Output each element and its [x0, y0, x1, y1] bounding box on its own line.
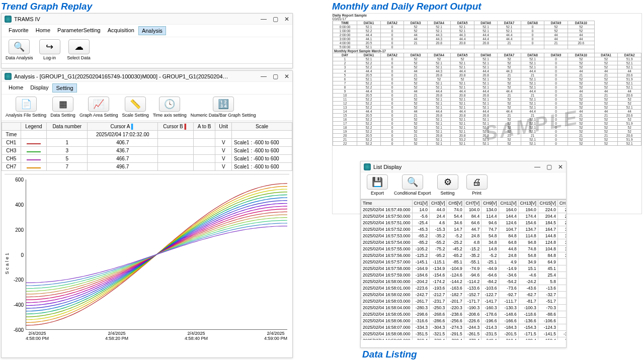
- window-trams-main: TRAMS IV — ▢ ✕ FavoriteHomeParameterSett…: [1, 13, 293, 68]
- legend-table: LegendData numberCursor A ▌Cursor B ▌A t…: [2, 122, 292, 171]
- menu-item-display[interactable]: Display: [27, 83, 51, 93]
- maximize-button[interactable]: ▢: [273, 16, 278, 23]
- app-icon: [364, 163, 371, 170]
- window-title: Analysis - [GROUP1_G1(20250204165749-100…: [14, 73, 230, 79]
- menu-item-home[interactable]: Home: [6, 83, 26, 93]
- minimize-button[interactable]: —: [261, 16, 267, 23]
- toolbar-label: Conditional Export: [394, 191, 431, 196]
- data-setting-icon: ▦: [52, 97, 73, 112]
- analysis-file-setting-icon: 📄: [16, 97, 37, 112]
- close-button[interactable]: ✕: [558, 163, 563, 170]
- label-trend-graph: Trend Graph Replay: [1, 1, 92, 12]
- maximize-button[interactable]: ▢: [546, 163, 552, 170]
- menu-item-home[interactable]: Home: [33, 26, 53, 35]
- maximize-button[interactable]: ▢: [273, 73, 278, 80]
- chart-area[interactable]: Scale1 6004002000-200-400-600 2/4/20254:…: [5, 174, 289, 345]
- window-list-display: List Display — ▢ ✕ 💾Export🔍Conditional E…: [360, 161, 567, 348]
- numeric-bar-icon: 🔢: [213, 97, 234, 112]
- close-button[interactable]: ✕: [284, 16, 289, 23]
- graph-area-setting-icon: 📈: [88, 97, 109, 112]
- toolbar-main: 🔍Data Analysis↪Log-in☁Select Data: [2, 37, 292, 64]
- app-icon: [5, 16, 12, 23]
- menu-item-parametersetting[interactable]: ParameterSetting: [54, 26, 104, 35]
- data-setting-button[interactable]: ▦Data Setting: [50, 97, 75, 118]
- toolbar-label: Print: [464, 191, 490, 196]
- list-table: TimeCH1[V]CH3[V]CH5[V]CH7[V]CH9[V]CH11[V…: [361, 200, 566, 340]
- toolbar-label: Data Setting: [50, 113, 75, 118]
- toolbar-label: Scale Setting: [122, 113, 149, 118]
- daily-report-title: Daily Report Sample: [333, 14, 641, 17]
- data-analysis-button[interactable]: 🔍Data Analysis: [6, 39, 33, 60]
- window-title: List Display: [373, 164, 401, 170]
- analysis-file-setting-button[interactable]: 📄Analysis File Setting: [6, 97, 46, 118]
- scale-setting-icon: 📏: [125, 97, 146, 112]
- toolbar-list: 💾Export🔍Conditional Export⚙Setting🖨Print: [361, 172, 566, 199]
- toolbar-label: Analysis File Setting: [6, 113, 46, 118]
- x-axis: 2/4/20254:58:00 PM2/4/20254:58:20 PM2/4/…: [26, 331, 287, 345]
- label-report-output: Monthly and Daily Report Output: [332, 1, 481, 12]
- toolbar-label: Log-in: [37, 55, 62, 60]
- select-data-button[interactable]: ☁Select Data: [66, 39, 92, 60]
- scale-setting-button[interactable]: 📏Scale Setting: [122, 97, 149, 118]
- export-button[interactable]: 💾Export: [365, 174, 390, 196]
- print-button[interactable]: 🖨Print: [464, 174, 490, 196]
- menu-item-setting[interactable]: Setting: [52, 83, 76, 93]
- toolbar-label: Graph Area Setting: [79, 113, 118, 118]
- menu-item-favorite[interactable]: Favorite: [6, 26, 32, 35]
- label-data-listing: Data Listing: [362, 349, 417, 360]
- numeric-bar-button[interactable]: 🔢Numeric Data/Bar Graph Setting: [191, 97, 256, 118]
- log-in-icon: ↪: [39, 39, 60, 54]
- menu-item-acquisition[interactable]: Acquisition: [105, 26, 137, 35]
- menubar-main: FavoriteHomeParameterSettingAcquisitionA…: [2, 25, 292, 37]
- toolbar-analysis: 📄Analysis File Setting▦Data Setting📈Grap…: [2, 95, 292, 121]
- log-in-button[interactable]: ↪Log-in: [37, 39, 62, 60]
- toolbar-label: Numeric Data/Bar Graph Setting: [191, 113, 256, 118]
- y-axis: 6004002000-200-400-600: [6, 179, 26, 330]
- cond-export-icon: 🔍: [402, 174, 423, 190]
- setting-button[interactable]: ⚙Setting: [435, 174, 460, 196]
- window-title: TRAMS IV: [14, 16, 40, 22]
- setting-icon: ⚙: [437, 174, 458, 190]
- toolbar-label: Time axis setting: [153, 113, 187, 118]
- toolbar-label: Export: [365, 191, 390, 196]
- titlebar-analysis[interactable]: Analysis - [GROUP1_G1(20250204165749-100…: [2, 71, 292, 82]
- minimize-button[interactable]: —: [261, 73, 267, 80]
- time-axis-setting-button[interactable]: 🕓Time axis setting: [153, 97, 187, 118]
- close-button[interactable]: ✕: [284, 73, 289, 80]
- export-icon: 💾: [367, 174, 388, 190]
- select-data-icon: ☁: [68, 39, 90, 54]
- graph-area-setting-button[interactable]: 📈Graph Area Setting: [79, 97, 118, 118]
- plot-canvas[interactable]: [26, 179, 287, 330]
- print-icon: 🖨: [466, 174, 488, 190]
- window-analysis: Analysis - [GROUP1_G1(20250204165749-100…: [1, 70, 293, 358]
- toolbar-label: Setting: [435, 191, 460, 196]
- cond-export-button[interactable]: 🔍Conditional Export: [394, 174, 431, 196]
- titlebar-main[interactable]: TRAMS IV — ▢ ✕: [2, 14, 292, 25]
- minimize-button[interactable]: —: [534, 163, 540, 170]
- menu-item-analysis[interactable]: Analysis: [138, 26, 166, 35]
- time-axis-setting-icon: 🕓: [159, 97, 180, 112]
- titlebar-list[interactable]: List Display — ▢ ✕: [361, 161, 566, 172]
- daily-report-date: 03/01/17: [333, 17, 641, 21]
- toolbar-label: Select Data: [66, 55, 92, 60]
- data-analysis-icon: 🔍: [9, 39, 30, 54]
- menubar-analysis: HomeDisplaySetting: [2, 82, 292, 95]
- toolbar-label: Data Analysis: [6, 55, 33, 60]
- app-icon: [5, 73, 12, 80]
